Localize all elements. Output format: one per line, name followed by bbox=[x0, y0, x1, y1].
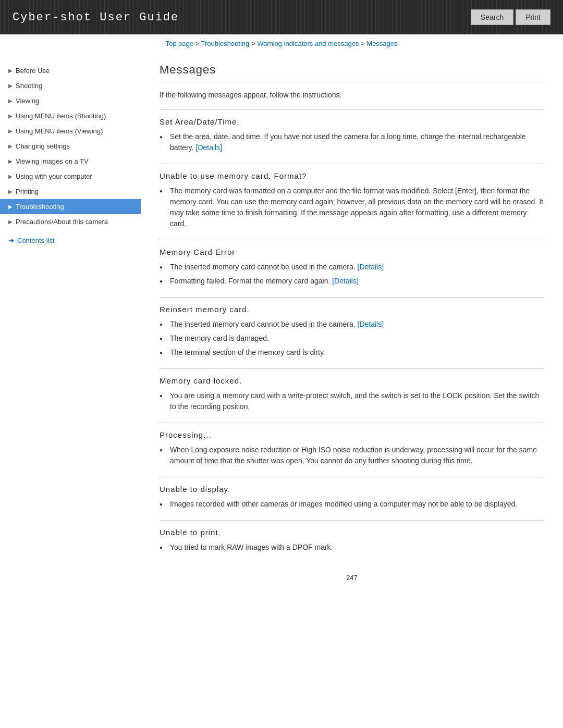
section-memory-card-error: Memory Card Error The inserted memory ca… bbox=[160, 240, 544, 297]
arrow-icon-changing-settings: ▶ bbox=[8, 143, 13, 149]
arrow-icon-viewing-tv: ▶ bbox=[8, 158, 13, 164]
section-reinsert-memory-card: Reinsert memory card. The inserted memor… bbox=[160, 297, 544, 368]
list-item: Formatting failed. Format the memory car… bbox=[160, 276, 544, 287]
sidebar-item-changing-settings[interactable]: ▶ Changing settings bbox=[0, 139, 141, 154]
sidebar-item-computer[interactable]: ▶ Using with your computer bbox=[0, 169, 141, 184]
section-body-memory-card-locked: You are using a memory card with a write… bbox=[160, 390, 544, 412]
main-content: Messages If the following messages appea… bbox=[141, 58, 563, 608]
breadcrumb-warning-indicators[interactable]: Warning indicators and messages bbox=[257, 40, 359, 47]
sidebar-label-troubleshooting: Troubleshooting bbox=[16, 203, 64, 211]
details-link-memory-error-1[interactable]: [Details] bbox=[358, 263, 384, 271]
details-link-memory-error-2[interactable]: [Details] bbox=[332, 277, 359, 285]
sidebar-label-shooting: Shooting bbox=[16, 82, 42, 90]
arrow-icon-viewing: ▶ bbox=[8, 98, 13, 104]
app-title: Cyber-shot User Guide bbox=[13, 11, 179, 24]
list-item: The inserted memory card cannot be used … bbox=[160, 319, 544, 330]
breadcrumb-separator-2: > bbox=[251, 40, 257, 47]
sidebar-label-computer: Using with your computer bbox=[16, 172, 92, 180]
sidebar-label-precautions: Precautions/About this camera bbox=[16, 218, 108, 226]
header: Cyber-shot User Guide Search Print bbox=[0, 0, 563, 34]
list-item: Set the area, date, and time. If you hav… bbox=[160, 131, 544, 153]
list-item: The terminal section of the memory card … bbox=[160, 347, 544, 358]
list-item: The inserted memory card cannot be used … bbox=[160, 262, 544, 273]
section-title-unable-to-display: Unable to display. bbox=[160, 485, 544, 493]
section-unable-to-use-memory-card: Unable to use memory card. Format? The m… bbox=[160, 164, 544, 240]
arrow-icon-precautions: ▶ bbox=[8, 219, 13, 225]
breadcrumb-separator-3: > bbox=[361, 40, 366, 47]
section-memory-card-locked: Memory card locked. You are using a memo… bbox=[160, 368, 544, 423]
details-link-reinsert-1[interactable]: [Details] bbox=[358, 320, 384, 328]
sidebar-label-viewing: Viewing bbox=[16, 97, 39, 105]
sidebar-item-menu-viewing[interactable]: ▶ Using MENU items (Viewing) bbox=[0, 124, 141, 139]
sidebar-label-viewing-tv: Viewing images on a TV bbox=[16, 157, 89, 165]
section-body-memory-card-error: The inserted memory card cannot be used … bbox=[160, 262, 544, 287]
list-item: You are using a memory card with a write… bbox=[160, 390, 544, 412]
section-title-unable-to-print: Unable to print. bbox=[160, 528, 544, 537]
contents-list-link[interactable]: ➜ Contents list bbox=[0, 231, 141, 250]
sidebar-label-changing-settings: Changing settings bbox=[16, 142, 70, 150]
section-title-reinsert: Reinsert memory card. bbox=[160, 305, 544, 314]
sidebar-label-before-use: Before Use bbox=[16, 67, 50, 75]
sidebar-label-menu-shooting: Using MENU items (Shooting) bbox=[16, 112, 106, 120]
arrow-icon-computer: ▶ bbox=[8, 174, 13, 179]
sidebar: ▶ Before Use ▶ Shooting ▶ Viewing ▶ Usin… bbox=[0, 58, 141, 608]
arrow-icon-before-use: ▶ bbox=[8, 68, 13, 73]
section-body-set-area: Set the area, date, and time. If you hav… bbox=[160, 131, 544, 153]
arrow-icon-printing: ▶ bbox=[8, 189, 13, 194]
section-title-processing: Processing... bbox=[160, 430, 544, 439]
sidebar-item-viewing[interactable]: ▶ Viewing bbox=[0, 93, 141, 108]
section-body-reinsert: The inserted memory card cannot be used … bbox=[160, 319, 544, 358]
list-item: The memory card was formatted on a compu… bbox=[160, 186, 544, 229]
sidebar-item-shooting[interactable]: ▶ Shooting bbox=[0, 78, 141, 93]
section-title-memory-card-locked: Memory card locked. bbox=[160, 376, 544, 385]
list-item: You tried to mark RAW images with a DPOF… bbox=[160, 542, 544, 553]
arrow-icon-shooting: ▶ bbox=[8, 83, 13, 89]
contents-arrow-icon: ➜ bbox=[8, 237, 14, 244]
section-unable-to-display: Unable to display. Images recorded with … bbox=[160, 477, 544, 520]
header-buttons: Search Print bbox=[471, 9, 550, 25]
section-unable-to-print: Unable to print. You tried to mark RAW i… bbox=[160, 520, 544, 563]
search-button[interactable]: Search bbox=[471, 9, 513, 25]
section-title-memory-card-error: Memory Card Error bbox=[160, 248, 544, 256]
section-body-unable-to-print: You tried to mark RAW images with a DPOF… bbox=[160, 542, 544, 553]
breadcrumb: Top page > Troubleshooting > Warning ind… bbox=[0, 34, 563, 53]
sidebar-label-menu-viewing: Using MENU items (Viewing) bbox=[16, 127, 103, 135]
arrow-icon-menu-shooting: ▶ bbox=[8, 113, 13, 119]
breadcrumb-separator-1: > bbox=[195, 40, 201, 47]
section-title-unable-memory-card: Unable to use memory card. Format? bbox=[160, 171, 544, 180]
section-title-set-area: Set Area/Date/Time. bbox=[160, 117, 544, 126]
list-item: Images recorded with other cameras or im… bbox=[160, 499, 544, 510]
sidebar-item-printing[interactable]: ▶ Printing bbox=[0, 184, 141, 199]
main-layout: ▶ Before Use ▶ Shooting ▶ Viewing ▶ Usin… bbox=[0, 53, 563, 613]
print-button[interactable]: Print bbox=[516, 9, 550, 25]
intro-text: If the following messages appear, follow… bbox=[160, 91, 544, 99]
sidebar-item-menu-shooting[interactable]: ▶ Using MENU items (Shooting) bbox=[0, 108, 141, 124]
sidebar-item-viewing-tv[interactable]: ▶ Viewing images on a TV bbox=[0, 154, 141, 169]
page-number: 247 bbox=[160, 563, 544, 592]
arrow-icon-menu-viewing: ▶ bbox=[8, 128, 13, 134]
sidebar-label-printing: Printing bbox=[16, 188, 39, 195]
breadcrumb-top-page[interactable]: Top page bbox=[165, 40, 193, 47]
sidebar-item-troubleshooting[interactable]: ▶ Troubleshooting bbox=[0, 199, 141, 214]
section-body-processing: When Long exposure noise reduction or Hi… bbox=[160, 445, 544, 466]
sidebar-item-before-use[interactable]: ▶ Before Use bbox=[0, 63, 141, 78]
page-title: Messages bbox=[160, 63, 544, 82]
breadcrumb-messages[interactable]: Messages bbox=[366, 40, 397, 47]
section-set-area-date-time: Set Area/Date/Time. Set the area, date, … bbox=[160, 109, 544, 164]
list-item: When Long exposure noise reduction or Hi… bbox=[160, 445, 544, 466]
section-body-unable-memory-card: The memory card was formatted on a compu… bbox=[160, 186, 544, 229]
contents-link-label: Contents list bbox=[17, 237, 55, 244]
details-link-set-area[interactable]: [Details] bbox=[196, 143, 223, 152]
section-body-unable-to-display: Images recorded with other cameras or im… bbox=[160, 499, 544, 510]
arrow-icon-troubleshooting: ▶ bbox=[8, 204, 13, 209]
breadcrumb-troubleshooting[interactable]: Troubleshooting bbox=[201, 40, 250, 47]
sidebar-item-precautions[interactable]: ▶ Precautions/About this camera bbox=[0, 214, 141, 229]
section-processing: Processing... When Long exposure noise r… bbox=[160, 423, 544, 477]
list-item: The memory card is damaged. bbox=[160, 333, 544, 344]
